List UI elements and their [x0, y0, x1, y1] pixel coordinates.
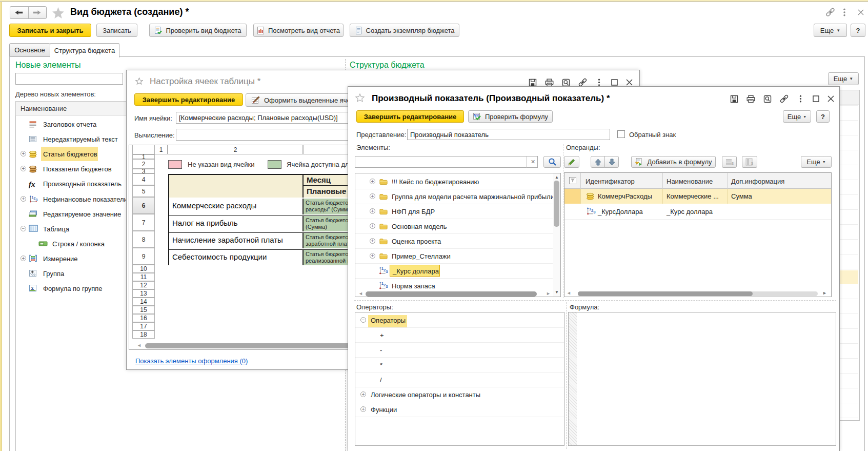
svg-text:3: 3	[386, 269, 388, 274]
svg-text:$: $	[732, 162, 734, 165]
svg-text:3: 3	[36, 198, 38, 202]
svg-text:Σ: Σ	[31, 285, 34, 291]
svg-text:3: 3	[386, 284, 388, 289]
svg-text:f(x): f(x)	[474, 113, 480, 117]
svg-text:3: 3	[593, 210, 596, 214]
svg-text:$: $	[751, 162, 753, 165]
